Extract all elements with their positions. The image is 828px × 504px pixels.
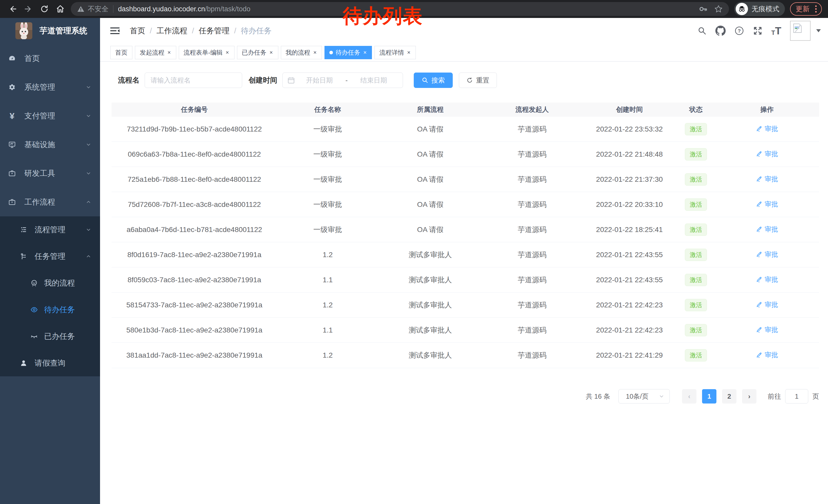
workflow-submenu: 流程管理 任务管理 我的流程 xyxy=(0,216,100,376)
table-row: 580e1b3d-7ac8-11ec-a9e2-a2380e71991a1.1测… xyxy=(112,318,819,343)
page-button-1[interactable]: 1 xyxy=(702,389,716,404)
warning-icon[interactable] xyxy=(77,5,85,13)
close-icon[interactable]: × xyxy=(313,49,317,56)
prev-page-button[interactable]: ‹ xyxy=(682,389,696,404)
breadcrumb-separator: / xyxy=(150,27,152,35)
approve-link[interactable]: 审批 xyxy=(756,275,778,284)
approve-link[interactable]: 审批 xyxy=(756,351,778,359)
avatar-dropdown-caret-icon[interactable] xyxy=(816,29,821,32)
back-icon[interactable] xyxy=(5,2,20,16)
update-button[interactable]: 更新 xyxy=(790,2,822,16)
approve-link[interactable]: 审批 xyxy=(756,225,778,234)
github-icon[interactable] xyxy=(715,26,726,36)
cell-starter: 芋道源码 xyxy=(482,149,582,159)
sidebar-item-home[interactable]: 首页 xyxy=(0,44,100,73)
approve-link[interactable]: 审批 xyxy=(756,149,778,158)
process-name-input[interactable] xyxy=(145,73,242,88)
sidebar-item-payment[interactable]: ¥ 支付管理 xyxy=(0,101,100,130)
col-task-name: 任务名称 xyxy=(277,105,378,114)
font-size-icon[interactable]: TT xyxy=(771,26,781,36)
approve-link[interactable]: 审批 xyxy=(756,175,778,184)
sidebar-item-todo-tasks[interactable]: 待办任务 xyxy=(0,296,100,323)
incognito-icon xyxy=(736,3,748,15)
close-icon[interactable]: × xyxy=(269,49,274,56)
reset-button[interactable]: 重置 xyxy=(459,73,497,88)
date-range-picker[interactable]: 开始日期 - 结束日期 xyxy=(282,73,403,88)
star-icon[interactable] xyxy=(714,5,723,13)
close-icon[interactable]: × xyxy=(363,49,367,56)
cell-process: 测试多审批人 xyxy=(378,351,482,360)
tab-0[interactable]: 首页 xyxy=(110,46,132,59)
reload-icon[interactable] xyxy=(36,2,52,16)
sidebar-item-devtools[interactable]: 研发工具 xyxy=(0,159,100,188)
url-host[interactable]: dashboard.yudao.iocoder.cn xyxy=(118,5,205,13)
approve-link[interactable]: 审批 xyxy=(756,300,778,309)
tab-5[interactable]: 待办任务× xyxy=(325,46,372,59)
tab-2[interactable]: 流程表单-编辑× xyxy=(179,46,235,59)
help-icon[interactable]: ? xyxy=(734,26,744,36)
cell-time: 2022-01-22 23:53:32 xyxy=(582,125,677,133)
cell-starter: 芋道源码 xyxy=(482,300,582,310)
cell-name: 一级审批 xyxy=(277,149,378,159)
approve-link[interactable]: 审批 xyxy=(756,250,778,259)
sidebar-item-label: 研发工具 xyxy=(25,168,55,179)
tab-1[interactable]: 发起流程× xyxy=(135,46,176,59)
sidebar-item-label: 请假查询 xyxy=(35,358,66,368)
tab-6[interactable]: 流程详情× xyxy=(374,46,416,59)
sidebar-item-workflow[interactable]: 工作流程 xyxy=(0,188,100,216)
page-size-select[interactable]: 10条/页 xyxy=(618,389,670,404)
tab-4[interactable]: 我的流程× xyxy=(281,46,322,59)
breadcrumb-task-mgmt[interactable]: 任务管理 xyxy=(199,26,230,36)
cell-starter: 芋道源码 xyxy=(482,225,582,235)
approve-link[interactable]: 审批 xyxy=(756,325,778,334)
col-actions: 操作 xyxy=(715,105,819,114)
menu-dots-icon[interactable] xyxy=(813,5,819,12)
search-button[interactable]: 搜索 xyxy=(414,73,453,88)
sidebar-item-infra[interactable]: 基础设施 xyxy=(0,130,100,159)
approve-link[interactable]: 审批 xyxy=(756,200,778,209)
cell-status: 激活 xyxy=(677,198,715,211)
table-row: 381aa1dd-7ac8-11ec-a9e2-a2380e71991a1.2测… xyxy=(112,343,819,368)
cell-actions: 审批 xyxy=(715,300,819,310)
incognito-badge: 无痕模式 xyxy=(734,2,785,16)
sidebar-item-label: 基础设施 xyxy=(25,139,55,150)
search-icon[interactable] xyxy=(697,26,707,35)
security-label[interactable]: 不安全 xyxy=(88,4,109,13)
approve-link[interactable]: 审批 xyxy=(756,124,778,133)
pagination: 共 16 条 10条/页 ‹ 1 2 › 前往 页 xyxy=(112,389,819,404)
eye-closed-icon xyxy=(30,332,38,340)
table-body: 73211d9d-7b9b-11ec-b5b7-acde48001122一级审批… xyxy=(112,117,819,368)
table-row: 069c6a63-7b8a-11ec-8ef0-acde48001122一级审批… xyxy=(112,142,819,167)
sidebar-item-label: 支付管理 xyxy=(25,111,55,121)
sidebar-item-task-mgmt[interactable]: 任务管理 xyxy=(0,243,100,270)
close-icon[interactable]: × xyxy=(407,49,411,56)
page-button-2[interactable]: 2 xyxy=(722,389,736,404)
page-size-value: 10条/页 xyxy=(626,392,649,401)
url-path[interactable]: /bpm/task/todo xyxy=(205,5,250,13)
tab-3[interactable]: 已办任务× xyxy=(237,46,278,59)
sidebar-item-label: 工作流程 xyxy=(25,197,55,208)
sidebar-item-system[interactable]: 系统管理 xyxy=(0,73,100,101)
home-icon[interactable] xyxy=(52,2,68,16)
breadcrumb-workflow[interactable]: 工作流程 xyxy=(157,26,187,36)
key-icon[interactable] xyxy=(699,5,707,13)
breadcrumb-home[interactable]: 首页 xyxy=(130,26,145,36)
collapse-menu-icon[interactable] xyxy=(109,26,121,36)
briefcase-icon xyxy=(8,170,16,177)
next-page-button[interactable]: › xyxy=(742,389,756,404)
fullscreen-icon[interactable] xyxy=(753,26,762,36)
app-logo-row[interactable]: 芋道管理系统 xyxy=(0,18,100,44)
start-date-placeholder[interactable]: 开始日期 xyxy=(295,76,344,85)
close-icon[interactable]: × xyxy=(167,49,171,56)
sidebar-item-my-process[interactable]: 我的流程 xyxy=(0,270,100,296)
close-icon[interactable]: × xyxy=(225,49,230,56)
goto-page-input[interactable] xyxy=(785,389,808,404)
cell-actions: 审批 xyxy=(715,351,819,360)
sidebar-item-done-tasks[interactable]: 已办任务 xyxy=(0,323,100,350)
end-date-placeholder[interactable]: 结束日期 xyxy=(349,76,398,85)
sidebar-item-process-mgmt[interactable]: 流程管理 xyxy=(0,216,100,243)
forward-icon[interactable] xyxy=(20,2,36,16)
avatar[interactable] xyxy=(790,21,811,41)
approve-link-label: 审批 xyxy=(764,124,778,133)
sidebar-item-leave-query[interactable]: 请假查询 xyxy=(0,350,100,376)
